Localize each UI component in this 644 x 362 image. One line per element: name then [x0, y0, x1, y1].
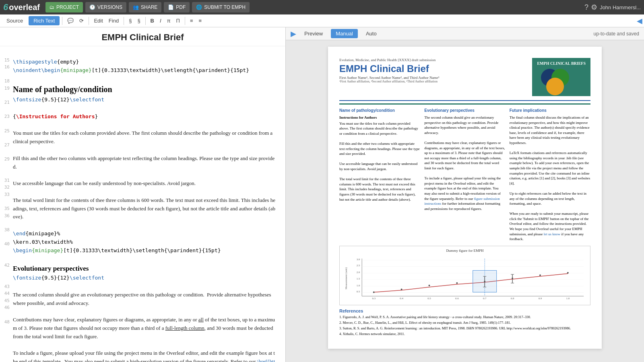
italic-button[interactable]: I: [157, 16, 164, 25]
nav-pdf-button[interactable]: 📄 PDF: [164, 2, 190, 12]
nav-submit-button[interactable]: 🌐 SUBMIT TO EMPH: [192, 2, 250, 12]
editor-toolbar: Source Rich Text 💬 ⟳ Edit Find § § B I π…: [0, 14, 644, 27]
line-numbers: 15 16 18 19 21 23 25 27 29: [0, 49, 13, 362]
chart-svg: 3.0 2.5 2.0 1.5 1.0 0.5 Measurement (uni…: [342, 254, 588, 302]
line-15: \thispagestyle{empty}: [13, 58, 276, 66]
list2-button[interactable]: ≡: [196, 16, 204, 25]
doc-divider: [339, 100, 590, 101]
line-26: [13, 171, 276, 179]
line-32: \kern.03\textwidth%: [13, 238, 276, 247]
line-35: Evolutionary perspectives: [13, 263, 276, 274]
svg-text:0.4: 0.4: [400, 297, 403, 300]
submit-icon: 🌐: [196, 4, 202, 10]
line-30: [13, 221, 276, 230]
line-25: Fill this and the other two columns with…: [13, 154, 276, 171]
pi-upper-button[interactable]: Π: [174, 16, 182, 25]
line-31: \end{minipage}%: [13, 230, 276, 238]
comment-button[interactable]: 💬: [65, 16, 76, 25]
track-button[interactable]: ⟳: [77, 16, 86, 25]
line-27: Use accessible language that can be easi…: [13, 179, 276, 188]
doc-col-1: Name of pathology/condition Instructions…: [339, 108, 420, 242]
help-icon[interactable]: ?: [584, 3, 588, 12]
doc-references-title: References: [339, 309, 590, 313]
nav-submit-label: SUBMIT TO EMPH: [204, 4, 246, 10]
editor-content[interactable]: 15 16 18 19 21 23 25 27 29: [0, 46, 285, 362]
line-area: 15 16 18 19 21 23 25 27 29: [0, 49, 276, 362]
svg-text:0.5: 0.5: [427, 297, 431, 300]
preview-tab-auto[interactable]: Auto: [361, 29, 382, 38]
svg-point-20: [456, 282, 458, 284]
doc-col-3: Future implications The final column sho…: [510, 108, 590, 242]
line-17: [13, 74, 276, 83]
svg-text:0.9: 0.9: [539, 297, 542, 300]
svg-text:1.5: 1.5: [357, 277, 360, 280]
nav-share-button[interactable]: 👥 SHARE: [129, 2, 161, 12]
doc-col-1-title: Name of pathology/condition: [339, 108, 420, 113]
list1-button[interactable]: ≡: [188, 16, 196, 25]
line-36: \fontsize{9.5}{12}\selectfont: [13, 274, 276, 282]
line-33: \begin{minipage}[t]{0.31333\textwidth}\s…: [13, 247, 276, 255]
doc-page: Evolution, Medicine, and Public Health […: [328, 47, 602, 349]
doc-col-1-body: You must use the titles for each column …: [339, 121, 420, 202]
logo-text: overleaf: [9, 3, 40, 12]
doc-col-2: Evolutionary perspectives The second col…: [424, 108, 505, 242]
svg-text:Measurement (unit): Measurement (unit): [345, 267, 348, 289]
settings-icon[interactable]: ⚙: [591, 3, 597, 12]
editor-left-arrow[interactable]: ◀: [637, 16, 642, 25]
bold-button[interactable]: B: [148, 16, 157, 25]
line-41: [13, 341, 276, 350]
preview-arrow-right[interactable]: ▶: [291, 29, 296, 38]
line-40: Contributions may have clear, explanator…: [13, 316, 276, 341]
doc-ref-2: 2. Mercer, C. D., Rue, C., Hanelin, L., …: [339, 321, 590, 325]
doc-figure-title: Dummy figure for EMPH: [342, 249, 588, 253]
svg-text:0.6: 0.6: [455, 297, 459, 300]
nav-pdf-label: PDF: [176, 4, 186, 10]
doc-author-affiliations: ¹First Author affiliation, ²Second Autho…: [339, 80, 527, 83]
share-icon: 👥: [133, 4, 139, 10]
preview-content[interactable]: Evolution, Medicine, and Public Health […: [286, 40, 644, 362]
nav-project-button[interactable]: 🗂 PROJECT: [45, 2, 83, 12]
doc-chart: 3.0 2.5 2.0 1.5 1.0 0.5 Measurement (uni…: [342, 254, 588, 302]
line-24: [13, 146, 276, 154]
line-34: [13, 255, 276, 263]
pi-lower-button[interactable]: π: [165, 16, 173, 25]
tab-richtext[interactable]: Rich Text: [29, 16, 60, 25]
doc-header-right: EMPH CLINICAL BRIEFS: [532, 58, 590, 96]
preview-tab-preview[interactable]: Preview: [299, 29, 328, 38]
line-16: \noindent\begin{minipage}[t]{0.31333\tex…: [13, 66, 276, 75]
line-29: The total word limit for the contents of…: [13, 196, 276, 221]
doc-columns: Name of pathology/condition Instructions…: [339, 108, 590, 242]
line-blank-1: [13, 49, 276, 58]
main-content: EMPH Clinical Brief 15 16 18 19 21 23 25: [0, 27, 644, 362]
svg-point-24: [567, 272, 569, 274]
doc-main-title: EMPH Clinical Brief: [339, 64, 527, 74]
doc-figure-area: Dummy figure for EMPH 3.0 2.5 2.0 1.5: [339, 246, 590, 305]
svg-point-17: [373, 291, 375, 293]
doc-col-2-body: The second column should give an evoluti…: [424, 115, 505, 211]
svg-text:3.0: 3.0: [357, 258, 360, 261]
svg-text:1.0: 1.0: [357, 284, 360, 287]
svg-point-23: [539, 274, 541, 276]
nav-versions-button[interactable]: 🕐 VERSIONS: [85, 2, 126, 12]
line-21: {\Instructions for Authors}: [13, 113, 276, 121]
line-38: The second column should give an evoluti…: [13, 291, 276, 308]
project-icon: 🗂: [50, 4, 54, 10]
section-button[interactable]: §: [135, 16, 142, 25]
doc-authors: First Author Name¹, Second Author Name²,…: [339, 76, 527, 80]
journal-banner-text: EMPH CLINICAL BRIEFS: [537, 61, 586, 66]
pdf-icon: 📄: [168, 4, 174, 10]
line-28: [13, 188, 276, 196]
doc-references: References 1. Figueredo, A. J. and Wolf,…: [339, 309, 590, 336]
tab-source[interactable]: Source: [2, 16, 28, 25]
preview-tab-manual[interactable]: Manual: [331, 29, 358, 38]
nav-share-label: SHARE: [141, 4, 157, 10]
versions-icon: 🕐: [89, 4, 95, 10]
find-button[interactable]: Find: [106, 16, 121, 25]
toolbar-separator-3: [124, 17, 124, 25]
svg-text:0.3: 0.3: [372, 297, 376, 300]
svg-text:0.7: 0.7: [483, 297, 487, 300]
svg-text:0.8: 0.8: [511, 297, 514, 300]
doc-ref-1: 1. Figueredo, A. J. and Wolf, P. S. A. A…: [339, 315, 590, 319]
edit-button[interactable]: Edit: [91, 16, 105, 25]
paragraph-button[interactable]: §: [126, 16, 134, 25]
